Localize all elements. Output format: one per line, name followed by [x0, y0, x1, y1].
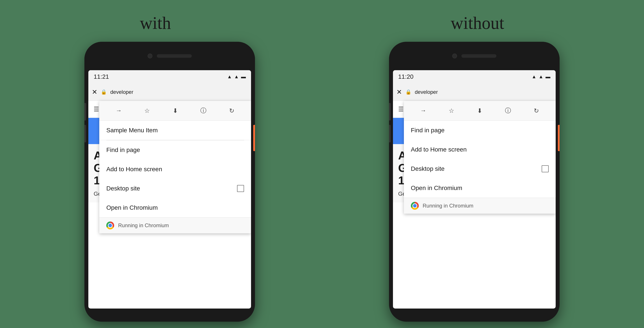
phones-row: 11:21 ▲ ▲ ▬ ✕ 🔒 developer ☰ develo: [0, 42, 644, 322]
right-running-in-chromium-text: Running in Chromium: [423, 203, 474, 209]
right-menu-item-desktop[interactable]: Desktop site: [404, 159, 556, 178]
right-menu-bookmark-icon[interactable]: ☆: [446, 105, 457, 116]
left-menu-overlay[interactable]: → ☆ ⬇ ⓘ ↻ Sample Menu Item Find in page: [99, 101, 251, 233]
right-lock-icon: 🔒: [406, 89, 411, 95]
without-label: without: [451, 13, 504, 33]
right-menu-forward-icon[interactable]: →: [418, 105, 428, 116]
right-phone-screen: 11:20 ▲ ▲ ▬ ✕ 🔒 developer ☰ develo: [393, 70, 556, 308]
left-power-btn: [253, 125, 255, 151]
left-chrome-bar[interactable]: ✕ 🔒 developer: [88, 83, 251, 101]
left-menu-item-sample[interactable]: Sample Menu Item: [99, 121, 251, 140]
right-close-icon[interactable]: ✕: [396, 88, 402, 96]
left-menu-footer: Running in Chromium: [99, 217, 251, 233]
right-menu-download-icon[interactable]: ⬇: [474, 105, 485, 116]
left-desktop-checkbox[interactable]: [237, 185, 244, 192]
right-vol-down: [389, 125, 391, 142]
left-menu-bookmark-icon[interactable]: ☆: [142, 105, 152, 116]
left-menu-item-sample-label: Sample Menu Item: [106, 127, 158, 134]
left-url-text[interactable]: developer: [110, 89, 248, 95]
right-menu-item-add-home[interactable]: Add to Home screen: [404, 140, 556, 159]
left-speaker: [157, 54, 192, 58]
right-menu-item-open-chromium-label: Open in Chromium: [411, 184, 462, 192]
left-hamburger-icon[interactable]: ☰: [94, 106, 99, 113]
right-menu-refresh-icon[interactable]: ↻: [531, 105, 542, 116]
right-desktop-checkbox[interactable]: [542, 165, 549, 172]
left-phone-screen: 11:21 ▲ ▲ ▬ ✕ 🔒 developer ☰ develo: [88, 70, 251, 308]
right-speaker: [462, 54, 496, 58]
right-url-text[interactable]: developer: [415, 89, 552, 95]
left-battery-icon: ▬: [241, 74, 246, 80]
left-signal-icon: ▲: [234, 74, 239, 80]
left-menu-info-icon[interactable]: ⓘ: [198, 105, 209, 116]
right-phone-container: 11:20 ▲ ▲ ▬ ✕ 🔒 developer ☰ develo: [348, 42, 600, 322]
right-battery-icon: ▬: [546, 74, 550, 80]
right-phone-notch: [389, 42, 560, 70]
left-menu-item-find[interactable]: Find in page: [99, 140, 251, 160]
left-menu-item-add-home[interactable]: Add to Home screen: [99, 160, 251, 179]
right-menu-item-find[interactable]: Find in page: [404, 121, 556, 140]
right-power-btn: [558, 125, 560, 151]
with-label: with: [140, 13, 171, 33]
left-status-time: 11:21: [94, 73, 109, 80]
right-phone-body: 11:20 ▲ ▲ ▬ ✕ 🔒 developer ☰ develo: [389, 42, 560, 322]
right-menu-item-desktop-label: Desktop site: [411, 165, 444, 172]
left-running-in-chromium-text: Running in Chromium: [118, 222, 169, 228]
left-menu-item-open-chromium[interactable]: Open in Chromium: [99, 198, 251, 217]
left-status-icons: ▲ ▲ ▬: [227, 74, 246, 80]
left-vol-down: [84, 125, 86, 142]
left-camera: [148, 54, 152, 58]
right-vol-up: [389, 103, 391, 120]
left-menu-item-desktop[interactable]: Desktop site: [99, 179, 251, 198]
left-lock-icon: 🔒: [101, 89, 107, 95]
labels-row: with without: [0, 0, 644, 42]
right-menu-icons-row: → ☆ ⬇ ⓘ ↻: [404, 101, 556, 121]
left-chromium-icon: [106, 222, 114, 230]
right-signal-icon: ▲: [538, 74, 544, 80]
right-menu-item-add-home-label: Add to Home screen: [411, 146, 467, 153]
right-menu-item-open-chromium[interactable]: Open in Chromium: [404, 178, 556, 198]
left-close-icon[interactable]: ✕: [92, 88, 97, 96]
right-status-time: 11:20: [398, 73, 414, 80]
left-vol-up: [84, 103, 86, 120]
left-menu-icons-row: → ☆ ⬇ ⓘ ↻: [99, 101, 251, 121]
right-menu-footer: Running in Chromium: [404, 198, 556, 214]
left-menu-item-add-home-label: Add to Home screen: [106, 166, 162, 173]
right-menu-overlay[interactable]: → ☆ ⬇ ⓘ ↻ Find in page Add to Home scree…: [404, 101, 556, 214]
left-phone-body: 11:21 ▲ ▲ ▬ ✕ 🔒 developer ☰ develo: [84, 42, 255, 322]
left-menu-forward-icon[interactable]: →: [113, 105, 124, 116]
left-menu-download-icon[interactable]: ⬇: [170, 105, 181, 116]
left-phone-notch: [84, 42, 255, 70]
right-chromium-icon: [411, 202, 419, 210]
left-status-bar: 11:21 ▲ ▲ ▬: [88, 70, 251, 83]
left-phone-container: 11:21 ▲ ▲ ▬ ✕ 🔒 developer ☰ develo: [44, 42, 296, 322]
left-menu-item-desktop-label: Desktop site: [106, 185, 140, 192]
left-wifi-icon: ▲: [227, 74, 232, 80]
right-hamburger-icon[interactable]: ☰: [398, 106, 404, 113]
left-menu-refresh-icon[interactable]: ↻: [226, 105, 237, 116]
left-menu-item-find-label: Find in page: [106, 146, 140, 154]
right-chrome-bar[interactable]: ✕ 🔒 developer: [393, 83, 556, 101]
right-wifi-icon: ▲: [532, 74, 536, 80]
right-menu-info-icon[interactable]: ⓘ: [502, 105, 514, 116]
right-menu-item-find-label: Find in page: [411, 127, 444, 134]
left-menu-item-open-chromium-label: Open in Chromium: [106, 204, 158, 211]
right-status-icons: ▲ ▲ ▬: [532, 74, 550, 80]
right-status-bar: 11:20 ▲ ▲ ▬: [393, 70, 556, 83]
right-camera: [452, 54, 457, 58]
